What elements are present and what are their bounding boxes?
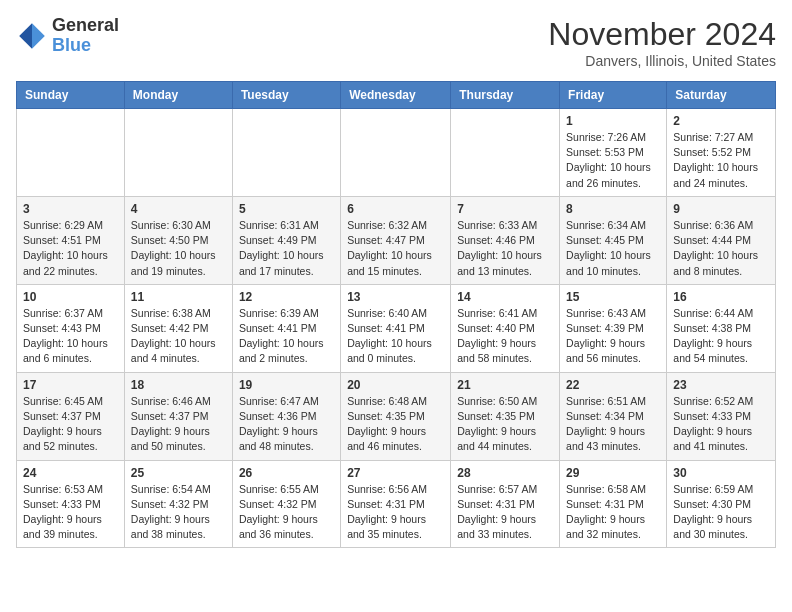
day-info: Sunrise: 6:36 AM Sunset: 4:44 PM Dayligh… bbox=[673, 218, 769, 279]
day-info: Sunrise: 6:57 AM Sunset: 4:31 PM Dayligh… bbox=[457, 482, 553, 543]
day-info: Sunrise: 6:45 AM Sunset: 4:37 PM Dayligh… bbox=[23, 394, 118, 455]
day-header-sunday: Sunday bbox=[17, 82, 125, 109]
day-number: 13 bbox=[347, 290, 444, 304]
day-number: 7 bbox=[457, 202, 553, 216]
day-number: 26 bbox=[239, 466, 334, 480]
calendar-cell: 29Sunrise: 6:58 AM Sunset: 4:31 PM Dayli… bbox=[560, 460, 667, 548]
calendar-cell: 8Sunrise: 6:34 AM Sunset: 4:45 PM Daylig… bbox=[560, 196, 667, 284]
day-info: Sunrise: 6:32 AM Sunset: 4:47 PM Dayligh… bbox=[347, 218, 444, 279]
calendar-cell: 4Sunrise: 6:30 AM Sunset: 4:50 PM Daylig… bbox=[124, 196, 232, 284]
calendar-cell: 20Sunrise: 6:48 AM Sunset: 4:35 PM Dayli… bbox=[341, 372, 451, 460]
calendar-cell: 6Sunrise: 6:32 AM Sunset: 4:47 PM Daylig… bbox=[341, 196, 451, 284]
day-info: Sunrise: 6:41 AM Sunset: 4:40 PM Dayligh… bbox=[457, 306, 553, 367]
calendar-cell: 12Sunrise: 6:39 AM Sunset: 4:41 PM Dayli… bbox=[232, 284, 340, 372]
day-number: 15 bbox=[566, 290, 660, 304]
day-info: Sunrise: 6:56 AM Sunset: 4:31 PM Dayligh… bbox=[347, 482, 444, 543]
calendar-cell: 24Sunrise: 6:53 AM Sunset: 4:33 PM Dayli… bbox=[17, 460, 125, 548]
day-info: Sunrise: 6:59 AM Sunset: 4:30 PM Dayligh… bbox=[673, 482, 769, 543]
day-number: 3 bbox=[23, 202, 118, 216]
day-info: Sunrise: 6:38 AM Sunset: 4:42 PM Dayligh… bbox=[131, 306, 226, 367]
calendar-week-3: 10Sunrise: 6:37 AM Sunset: 4:43 PM Dayli… bbox=[17, 284, 776, 372]
day-number: 19 bbox=[239, 378, 334, 392]
calendar-cell: 26Sunrise: 6:55 AM Sunset: 4:32 PM Dayli… bbox=[232, 460, 340, 548]
day-number: 6 bbox=[347, 202, 444, 216]
day-header-tuesday: Tuesday bbox=[232, 82, 340, 109]
logo-text: General Blue bbox=[52, 16, 119, 56]
svg-marker-0 bbox=[32, 23, 45, 49]
calendar-week-4: 17Sunrise: 6:45 AM Sunset: 4:37 PM Dayli… bbox=[17, 372, 776, 460]
day-header-monday: Monday bbox=[124, 82, 232, 109]
month-title: November 2024 bbox=[548, 16, 776, 53]
calendar-cell: 2Sunrise: 7:27 AM Sunset: 5:52 PM Daylig… bbox=[667, 109, 776, 197]
calendar-cell: 14Sunrise: 6:41 AM Sunset: 4:40 PM Dayli… bbox=[451, 284, 560, 372]
day-info: Sunrise: 6:58 AM Sunset: 4:31 PM Dayligh… bbox=[566, 482, 660, 543]
calendar-cell bbox=[232, 109, 340, 197]
calendar-cell: 27Sunrise: 6:56 AM Sunset: 4:31 PM Dayli… bbox=[341, 460, 451, 548]
day-number: 17 bbox=[23, 378, 118, 392]
calendar-cell: 30Sunrise: 6:59 AM Sunset: 4:30 PM Dayli… bbox=[667, 460, 776, 548]
page-header: General Blue November 2024 Danvers, Illi… bbox=[16, 16, 776, 69]
title-block: November 2024 Danvers, Illinois, United … bbox=[548, 16, 776, 69]
day-number: 2 bbox=[673, 114, 769, 128]
day-info: Sunrise: 6:46 AM Sunset: 4:37 PM Dayligh… bbox=[131, 394, 226, 455]
day-info: Sunrise: 6:50 AM Sunset: 4:35 PM Dayligh… bbox=[457, 394, 553, 455]
day-info: Sunrise: 6:37 AM Sunset: 4:43 PM Dayligh… bbox=[23, 306, 118, 367]
calendar-cell: 11Sunrise: 6:38 AM Sunset: 4:42 PM Dayli… bbox=[124, 284, 232, 372]
calendar: SundayMondayTuesdayWednesdayThursdayFrid… bbox=[16, 81, 776, 548]
day-info: Sunrise: 6:43 AM Sunset: 4:39 PM Dayligh… bbox=[566, 306, 660, 367]
calendar-cell: 19Sunrise: 6:47 AM Sunset: 4:36 PM Dayli… bbox=[232, 372, 340, 460]
day-header-wednesday: Wednesday bbox=[341, 82, 451, 109]
day-info: Sunrise: 6:30 AM Sunset: 4:50 PM Dayligh… bbox=[131, 218, 226, 279]
calendar-header-row: SundayMondayTuesdayWednesdayThursdayFrid… bbox=[17, 82, 776, 109]
day-info: Sunrise: 6:34 AM Sunset: 4:45 PM Dayligh… bbox=[566, 218, 660, 279]
day-info: Sunrise: 6:40 AM Sunset: 4:41 PM Dayligh… bbox=[347, 306, 444, 367]
calendar-cell: 25Sunrise: 6:54 AM Sunset: 4:32 PM Dayli… bbox=[124, 460, 232, 548]
svg-marker-1 bbox=[19, 23, 32, 49]
calendar-cell: 5Sunrise: 6:31 AM Sunset: 4:49 PM Daylig… bbox=[232, 196, 340, 284]
location: Danvers, Illinois, United States bbox=[548, 53, 776, 69]
day-number: 21 bbox=[457, 378, 553, 392]
day-info: Sunrise: 7:27 AM Sunset: 5:52 PM Dayligh… bbox=[673, 130, 769, 191]
day-number: 12 bbox=[239, 290, 334, 304]
day-number: 23 bbox=[673, 378, 769, 392]
day-info: Sunrise: 6:31 AM Sunset: 4:49 PM Dayligh… bbox=[239, 218, 334, 279]
day-number: 1 bbox=[566, 114, 660, 128]
day-number: 5 bbox=[239, 202, 334, 216]
calendar-cell: 28Sunrise: 6:57 AM Sunset: 4:31 PM Dayli… bbox=[451, 460, 560, 548]
day-number: 18 bbox=[131, 378, 226, 392]
day-number: 10 bbox=[23, 290, 118, 304]
day-info: Sunrise: 6:48 AM Sunset: 4:35 PM Dayligh… bbox=[347, 394, 444, 455]
calendar-cell: 13Sunrise: 6:40 AM Sunset: 4:41 PM Dayli… bbox=[341, 284, 451, 372]
calendar-cell bbox=[341, 109, 451, 197]
day-number: 11 bbox=[131, 290, 226, 304]
day-header-thursday: Thursday bbox=[451, 82, 560, 109]
calendar-cell: 16Sunrise: 6:44 AM Sunset: 4:38 PM Dayli… bbox=[667, 284, 776, 372]
calendar-cell: 18Sunrise: 6:46 AM Sunset: 4:37 PM Dayli… bbox=[124, 372, 232, 460]
calendar-cell: 15Sunrise: 6:43 AM Sunset: 4:39 PM Dayli… bbox=[560, 284, 667, 372]
calendar-cell bbox=[124, 109, 232, 197]
day-info: Sunrise: 6:33 AM Sunset: 4:46 PM Dayligh… bbox=[457, 218, 553, 279]
calendar-cell bbox=[451, 109, 560, 197]
day-number: 22 bbox=[566, 378, 660, 392]
day-info: Sunrise: 7:26 AM Sunset: 5:53 PM Dayligh… bbox=[566, 130, 660, 191]
day-info: Sunrise: 6:39 AM Sunset: 4:41 PM Dayligh… bbox=[239, 306, 334, 367]
day-info: Sunrise: 6:51 AM Sunset: 4:34 PM Dayligh… bbox=[566, 394, 660, 455]
day-info: Sunrise: 6:55 AM Sunset: 4:32 PM Dayligh… bbox=[239, 482, 334, 543]
day-info: Sunrise: 6:44 AM Sunset: 4:38 PM Dayligh… bbox=[673, 306, 769, 367]
calendar-cell: 10Sunrise: 6:37 AM Sunset: 4:43 PM Dayli… bbox=[17, 284, 125, 372]
calendar-cell: 23Sunrise: 6:52 AM Sunset: 4:33 PM Dayli… bbox=[667, 372, 776, 460]
day-number: 28 bbox=[457, 466, 553, 480]
day-info: Sunrise: 6:29 AM Sunset: 4:51 PM Dayligh… bbox=[23, 218, 118, 279]
calendar-cell bbox=[17, 109, 125, 197]
day-number: 9 bbox=[673, 202, 769, 216]
day-number: 4 bbox=[131, 202, 226, 216]
day-number: 25 bbox=[131, 466, 226, 480]
day-info: Sunrise: 6:52 AM Sunset: 4:33 PM Dayligh… bbox=[673, 394, 769, 455]
calendar-week-1: 1Sunrise: 7:26 AM Sunset: 5:53 PM Daylig… bbox=[17, 109, 776, 197]
day-info: Sunrise: 6:47 AM Sunset: 4:36 PM Dayligh… bbox=[239, 394, 334, 455]
day-number: 29 bbox=[566, 466, 660, 480]
day-header-saturday: Saturday bbox=[667, 82, 776, 109]
day-number: 8 bbox=[566, 202, 660, 216]
day-info: Sunrise: 6:54 AM Sunset: 4:32 PM Dayligh… bbox=[131, 482, 226, 543]
day-number: 27 bbox=[347, 466, 444, 480]
